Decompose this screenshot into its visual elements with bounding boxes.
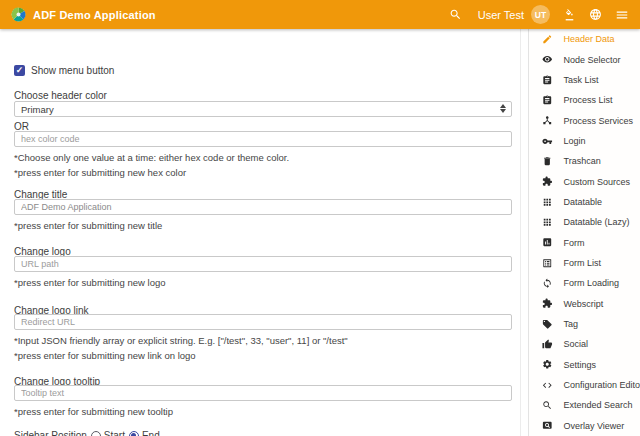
sidebar-item-label: Settings xyxy=(564,360,597,370)
thumb-up-icon xyxy=(542,339,553,350)
eye-icon xyxy=(542,54,553,65)
sidebar-item-custom-sources[interactable]: Custom Sources xyxy=(529,171,640,191)
delete-icon xyxy=(542,156,553,167)
loop-icon xyxy=(542,278,553,289)
pageview-icon xyxy=(542,420,553,431)
sidebar-item-label: Configuration Editor xyxy=(564,380,640,390)
sidebar-item-process-list[interactable]: Process List xyxy=(529,90,640,110)
user-avatar[interactable]: UT xyxy=(531,5,550,24)
sidebar-item-header-data[interactable]: Header Data xyxy=(529,29,640,49)
theme-color-button[interactable] xyxy=(563,8,576,21)
app-window: ADF Demo Application User Test UT xyxy=(0,0,640,436)
sidebar-item-webscript[interactable]: Webscript xyxy=(529,293,640,313)
assignment-icon xyxy=(542,75,553,86)
language-globe-icon xyxy=(589,8,602,21)
sidebar-item-label: Task List xyxy=(564,75,599,85)
hamburger-menu-icon xyxy=(615,8,629,22)
gear-icon xyxy=(542,359,553,370)
note-submit-tooltip: *press enter for submitting new tooltip xyxy=(14,406,173,417)
content-scroll-gutter[interactable] xyxy=(520,29,521,436)
header-color-select[interactable]: Primary xyxy=(14,101,512,117)
extension-icon xyxy=(542,176,553,187)
note-submit-link: *press enter for submitting new link on … xyxy=(14,350,196,361)
sidebar-item-label: Process List xyxy=(564,95,613,105)
sidebar-item-extended-search[interactable]: Extended Search xyxy=(529,395,640,415)
sidebar-item-label: Datatable xyxy=(564,197,603,207)
sidebar-item-tag[interactable]: Tag xyxy=(529,314,640,334)
sidebar-position-label: Sidebar Position xyxy=(14,430,87,436)
sidebar-item-configuration-editor[interactable]: Configuration Editor xyxy=(529,375,640,395)
sidebar-position-option-start[interactable]: Start xyxy=(87,430,125,436)
sidebar-item-label: Login xyxy=(564,136,586,146)
sidebar-item-label: Datatable (Lazy) xyxy=(564,217,630,227)
sidebar-item-task-list[interactable]: Task List xyxy=(529,70,640,90)
sidebar-position-option-end[interactable]: End xyxy=(125,430,160,436)
change-logo-link-input[interactable] xyxy=(14,314,512,330)
note-one-value: *Choose only one value at a time: either… xyxy=(14,152,289,163)
chart-icon xyxy=(542,237,553,248)
format-color-fill-icon xyxy=(563,8,576,21)
sidebar-item-label: Webscript xyxy=(564,299,604,309)
radio-start[interactable] xyxy=(91,431,101,436)
sidebar-nav: Header DataNode SelectorTask ListProcess… xyxy=(528,29,640,436)
hex-color-input[interactable] xyxy=(14,131,512,147)
radio-start-label: Start xyxy=(104,430,125,436)
search-button[interactable] xyxy=(449,8,462,21)
sidebar-item-social[interactable]: Social xyxy=(529,334,640,354)
sidebar-item-node-selector[interactable]: Node Selector xyxy=(529,49,640,69)
menu-button[interactable] xyxy=(615,8,629,22)
extension-icon xyxy=(542,298,553,309)
edit-icon xyxy=(542,34,553,45)
note-json-format: *Input JSON friendly array or explicit s… xyxy=(14,335,348,346)
sidebar-item-label: Form Loading xyxy=(564,278,620,288)
tag-icon xyxy=(542,319,553,330)
sidebar-item-form[interactable]: Form xyxy=(529,232,640,252)
sidebar-item-overlay-viewer[interactable]: Overlay Viewer xyxy=(529,416,640,436)
sidebar-item-label: Trashcan xyxy=(564,156,601,166)
sidebar-item-settings[interactable]: Settings xyxy=(529,355,640,375)
change-tooltip-input[interactable] xyxy=(14,385,512,401)
sidebar-item-label: Form List xyxy=(564,258,602,268)
header-color-selected-value: Primary xyxy=(21,104,54,115)
sidebar-item-label: Overlay Viewer xyxy=(564,421,625,431)
search-icon xyxy=(449,8,462,21)
show-menu-checkbox-row[interactable]: ✓ Show menu button xyxy=(14,65,114,76)
app-header: ADF Demo Application User Test UT xyxy=(0,0,640,29)
key-icon xyxy=(542,136,553,147)
grid-icon xyxy=(542,197,553,208)
language-button[interactable] xyxy=(589,8,602,21)
change-logo-input[interactable] xyxy=(14,256,512,272)
sidebar-item-process-services[interactable]: Process Services xyxy=(529,110,640,130)
sidebar-item-login[interactable]: Login xyxy=(529,131,640,151)
sidebar-position-row: Sidebar Position Start End xyxy=(14,430,160,436)
show-menu-checkbox[interactable]: ✓ xyxy=(14,65,25,76)
select-spinner-icon xyxy=(500,104,506,113)
sidebar-item-label: Tag xyxy=(564,319,579,329)
header-data-settings-panel: ✓ Show menu button Choose header color P… xyxy=(0,29,520,436)
sidebar-item-label: Extended Search xyxy=(564,400,633,410)
sidebar-item-trashcan[interactable]: Trashcan xyxy=(529,151,640,171)
adf-logo-icon xyxy=(11,7,26,22)
user-name[interactable]: User Test xyxy=(478,9,524,21)
note-submit-logo: *press enter for submitting new logo xyxy=(14,277,166,288)
sidebar-item-label: Node Selector xyxy=(564,55,621,65)
sidebar-item-datatable[interactable]: Datatable xyxy=(529,192,640,212)
list-alt-icon xyxy=(542,258,553,269)
sidebar-item-label: Social xyxy=(564,339,589,349)
header-color-label: Choose header color xyxy=(14,90,107,101)
search-icon xyxy=(542,400,553,411)
sidebar-item-label: Process Services xyxy=(564,116,634,126)
sidebar-item-datatable-lazy[interactable]: Datatable (Lazy) xyxy=(529,212,640,232)
radio-end[interactable] xyxy=(129,431,139,436)
note-submit-title: *press enter for submitting new title xyxy=(14,220,162,231)
code-icon xyxy=(542,380,553,391)
device-hub-icon xyxy=(542,115,553,126)
change-title-input[interactable] xyxy=(14,199,512,215)
grid-icon xyxy=(542,217,553,228)
show-menu-label: Show menu button xyxy=(31,65,114,76)
radio-end-label: End xyxy=(142,430,160,436)
sidebar-item-label: Form xyxy=(564,238,585,248)
sidebar-item-form-loading[interactable]: Form Loading xyxy=(529,273,640,293)
note-submit-hex: *press enter for submitting new hex colo… xyxy=(14,167,186,178)
sidebar-item-form-list[interactable]: Form List xyxy=(529,253,640,273)
